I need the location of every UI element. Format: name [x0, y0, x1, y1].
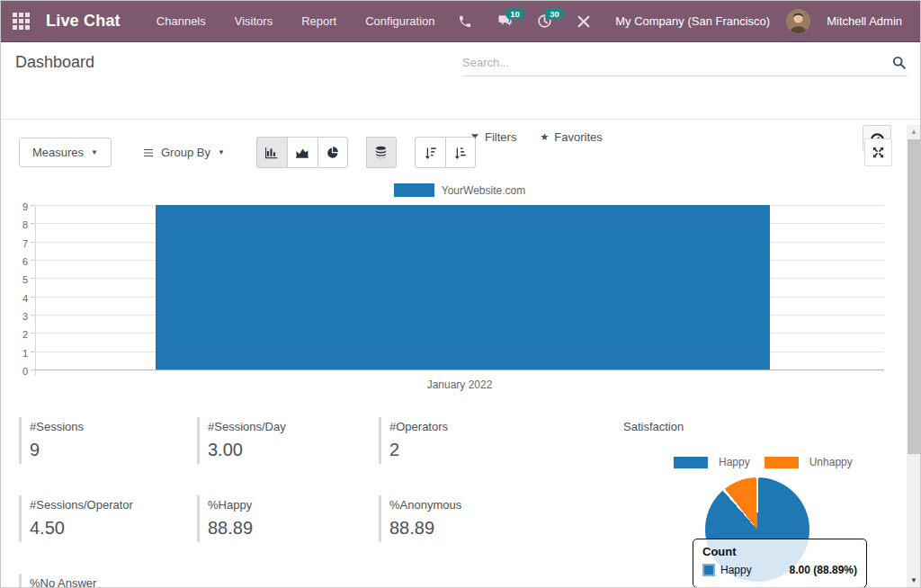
stat-sessions-per-day: #Sessions/Day 3.00: [197, 417, 368, 464]
pivot-toolbar: Measures ▼ Group By ▼: [19, 137, 476, 168]
legend-swatch: [394, 183, 434, 197]
stacked-toggle-group: [366, 137, 397, 168]
y-tick-label: 7: [6, 238, 28, 249]
group-by-button[interactable]: Group By ▼: [130, 138, 238, 167]
legend-swatch-unhappy[interactable]: [765, 457, 799, 468]
stat-value: 9: [30, 440, 190, 460]
y-tick-mark: [31, 260, 35, 261]
stat-sessions: #Sessions 9: [19, 417, 190, 464]
stat-value: 88.89: [208, 518, 368, 539]
star-icon: ★: [540, 131, 549, 143]
apps-menu-button[interactable]: [1, 1, 40, 42]
arrows-expand-icon: [872, 146, 885, 159]
search-icon[interactable]: [892, 56, 906, 69]
bar-chart-plot-area: 0123456789: [35, 206, 884, 370]
filters-label: Filters: [485, 130, 516, 144]
search-facets: Filters ★ Favorites: [470, 130, 603, 144]
stat-no-answer-percent: %No Answer: [19, 574, 190, 588]
tools-icon: [577, 14, 591, 29]
menu-report[interactable]: Report: [291, 2, 347, 40]
stat-label: %Anonymous: [389, 498, 550, 512]
database-icon: [374, 146, 388, 159]
sort-ascending-button[interactable]: [445, 137, 476, 168]
bar-chart-icon: [264, 147, 279, 159]
favorites-button[interactable]: ★ Favorites: [540, 130, 602, 144]
fullscreen-button[interactable]: [864, 138, 892, 166]
y-tick-label: 8: [6, 219, 28, 230]
bar-chart-button[interactable]: [256, 137, 287, 168]
bar-series-YourWebsite.com[interactable]: [156, 205, 770, 370]
stat-value: 4.50: [30, 518, 190, 539]
scroll-up-arrow[interactable]: ▲: [907, 125, 921, 138]
filters-button[interactable]: Filters: [470, 130, 516, 144]
pie-legend: Happy Unhappy: [674, 456, 856, 468]
y-tick-label: 6: [6, 256, 28, 267]
line-chart-button[interactable]: [287, 137, 317, 168]
sort-switcher: [415, 137, 476, 168]
stat-happy-percent: %Happy 88.89: [197, 495, 368, 542]
legend-label: YourWebsite.com: [442, 184, 525, 197]
satisfaction-panel: Satisfaction Happy Unhappy Count Happy 8…: [623, 420, 908, 588]
pie-tooltip: Count Happy 8.00 (88.89%): [693, 539, 867, 588]
x-axis-label: January 2022: [35, 379, 884, 391]
activities-count-badge: 30: [545, 8, 564, 21]
company-switcher[interactable]: My Company (San Francisco): [608, 14, 777, 28]
stacked-button[interactable]: [366, 137, 397, 168]
stat-sessions-per-operator: #Sessions/Operator 4.50: [19, 495, 190, 542]
search-input[interactable]: [462, 56, 892, 69]
y-tick-mark: [31, 315, 35, 316]
apps-grid-icon: [13, 13, 30, 30]
measures-label: Measures: [32, 146, 84, 159]
y-tick-label: 2: [6, 329, 28, 340]
stat-label: %No Answer: [30, 576, 190, 588]
menu-configuration[interactable]: Configuration: [354, 2, 445, 40]
stat-value: 88.89: [389, 518, 550, 539]
y-tick-mark: [31, 205, 35, 206]
tooltip-header: Count: [702, 545, 857, 558]
main-menu: Channels Visitors Report Configuration: [146, 2, 446, 40]
y-tick-label: 1: [6, 348, 28, 359]
scroll-down-arrow[interactable]: ▼: [907, 574, 921, 586]
vertical-scrollbar[interactable]: ▲ ▼: [907, 125, 921, 588]
user-avatar[interactable]: [786, 9, 810, 33]
menu-visitors[interactable]: Visitors: [224, 2, 283, 40]
sort-descending-button[interactable]: [415, 137, 445, 168]
legend-swatch-happy[interactable]: [674, 457, 708, 468]
y-tick-mark: [31, 297, 35, 298]
y-tick-label: 3: [6, 311, 28, 322]
tooltip-row: Happy 8.00 (88.89%): [702, 564, 857, 576]
measures-button[interactable]: Measures ▼: [19, 138, 112, 167]
breadcrumb[interactable]: Dashboard: [15, 53, 94, 72]
legend-label-happy[interactable]: Happy: [719, 456, 750, 468]
activities-button[interactable]: 30: [529, 6, 559, 37]
user-menu[interactable]: Mitchell Admin: [819, 14, 909, 28]
y-tick-mark: [31, 352, 35, 352]
group-by-label: Group By: [161, 146, 210, 159]
favorites-label: Favorites: [554, 130, 602, 144]
stat-value: 3.00: [208, 440, 368, 460]
stat-label: %Happy: [208, 498, 368, 512]
pie-chart-button[interactable]: [317, 137, 348, 168]
chevron-down-icon: ▼: [218, 148, 225, 156]
app-title[interactable]: Live Chat: [46, 12, 121, 31]
messages-count-badge: 10: [505, 8, 524, 21]
stat-anonymous-percent: %Anonymous 88.89: [379, 495, 550, 542]
messages-button[interactable]: 10: [489, 6, 520, 37]
control-panel: Dashboard Filters ★ Favorites: [1, 42, 921, 120]
stat-operators: #Operators 2: [379, 417, 550, 464]
scrollbar-thumb[interactable]: [908, 139, 920, 454]
tooltip-value: 8.00 (88.89%): [790, 564, 857, 576]
menu-channels[interactable]: Channels: [146, 2, 217, 40]
chart-legend[interactable]: YourWebsite.com: [35, 183, 884, 197]
y-tick-label: 0: [6, 366, 28, 377]
stat-label: #Operators: [389, 420, 550, 433]
gridline: [35, 370, 884, 370]
area-chart-icon: [295, 147, 309, 159]
y-tick-mark: [31, 278, 35, 279]
legend-label-unhappy[interactable]: Unhappy: [809, 456, 853, 468]
stat-label: #Sessions/Day: [208, 420, 368, 433]
voip-phone-button[interactable]: [450, 6, 480, 37]
debug-tools-button[interactable]: [568, 6, 599, 37]
y-tick-label: 4: [6, 293, 28, 304]
systray: 10 30 My Company (San Francisco) Mitchel…: [450, 6, 921, 37]
